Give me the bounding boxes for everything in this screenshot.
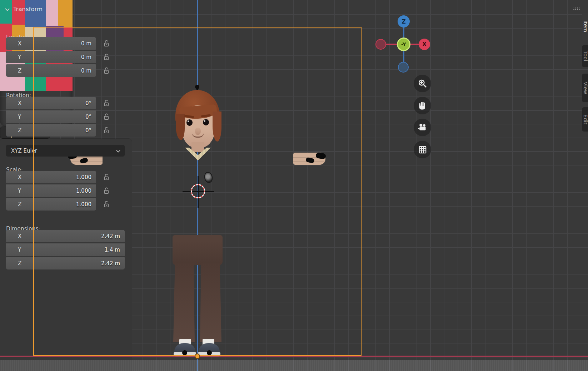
gizmo-neg-y-handle[interactable]: -Y [397, 38, 410, 51]
panel-drag-grip-icon[interactable] [573, 7, 580, 10]
gizmo-x-handle[interactable]: X [419, 39, 430, 50]
chevron-down-icon [5, 6, 10, 13]
blender-3d-viewport[interactable]: Z X -Y [0, 0, 588, 371]
gizmo-neg-z-handle[interactable] [398, 62, 409, 73]
selection-bounding-box [33, 27, 362, 356]
sidebar-tab-tool[interactable]: Tool [582, 45, 588, 67]
sidebar-tab-view[interactable]: View [582, 74, 588, 102]
toggle-projection-button[interactable] [414, 141, 431, 158]
bone-tip-marker [182, 350, 187, 355]
grid-icon [418, 145, 427, 154]
camera-view-button[interactable] [414, 119, 431, 136]
transform-panel-header[interactable]: Transform [5, 4, 583, 14]
sidebar-tab-edit[interactable]: Edit [582, 107, 588, 132]
hand-icon [418, 101, 427, 110]
gizmo-neg-x-handle[interactable] [375, 39, 386, 50]
magnifier-plus-icon [418, 79, 427, 88]
bone-tip-marker [207, 350, 212, 355]
gizmo-z-handle[interactable]: Z [398, 15, 410, 28]
object-origin-dot [195, 353, 200, 359]
movie-camera-icon [418, 123, 427, 132]
panel-title: Transform [13, 6, 43, 13]
pan-button[interactable] [414, 97, 431, 114]
sidebar-tab-item[interactable]: Item [582, 13, 588, 40]
zoom-button[interactable] [414, 75, 431, 92]
